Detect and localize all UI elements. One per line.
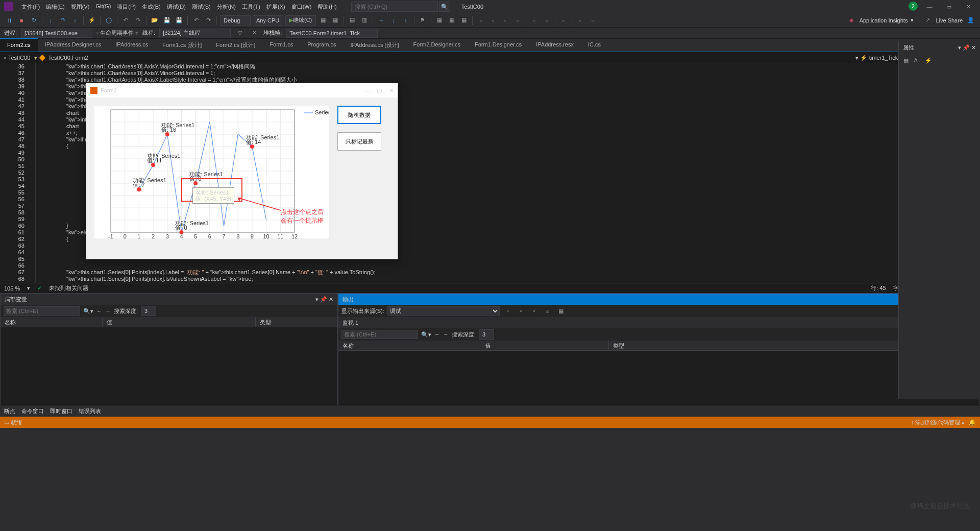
menu-item[interactable]: 帮助(H)	[314, 1, 339, 13]
nav-back-icon[interactable]: ◯	[104, 15, 114, 26]
step-over-icon[interactable]: ↷	[58, 15, 68, 26]
close-icon[interactable]: ✕	[961, 2, 976, 12]
menu-item[interactable]: 文件(F)	[18, 1, 43, 13]
menu-item[interactable]: 扩展(X)	[263, 1, 288, 13]
flag-icon[interactable]: ⚑	[418, 15, 428, 26]
form2-titlebar[interactable]: Form2 — ▢ ✕	[86, 83, 398, 98]
issues-icon[interactable]: ✔	[37, 285, 42, 292]
repo-label[interactable]: ↑ 添加到源代码管理 ▴	[911, 419, 965, 426]
nav-back-icon[interactable]: ←	[96, 308, 102, 314]
document-tab[interactable]: IPAddress.Designer.cs	[38, 38, 108, 52]
watch-header[interactable]: 监视 1▾📌✕	[338, 317, 979, 328]
close-icon[interactable]: ✕	[971, 44, 976, 51]
global-search-input[interactable]	[351, 2, 438, 12]
watch-search-input[interactable]	[341, 330, 418, 339]
notifications-badge[interactable]: 2	[909, 2, 918, 11]
redo-icon[interactable]: ↷	[133, 15, 143, 26]
out-icon2[interactable]: ▫	[516, 306, 526, 316]
document-tab[interactable]: Form2.cs [设计]	[209, 38, 262, 52]
col-name[interactable]: 名称	[1, 317, 103, 327]
menu-item[interactable]: 窗口(W)	[288, 1, 315, 13]
step-into-icon[interactable]: ↓	[45, 15, 56, 26]
stop-icon[interactable]: ■	[16, 15, 27, 26]
document-tab[interactable]: Form2.Designer.cs	[406, 38, 468, 52]
zoom-combo[interactable]: 105 %	[4, 285, 20, 292]
locals-header[interactable]: 局部变量▾📌✕	[1, 294, 337, 305]
misc5-icon[interactable]: ▫	[529, 15, 540, 26]
pin-icon[interactable]: 📌	[963, 44, 970, 51]
document-tab[interactable]: Form1.cs	[262, 38, 300, 52]
tool4-icon[interactable]: ▥	[359, 15, 370, 26]
thread-combo[interactable]: [32124] 主线程	[159, 28, 231, 38]
out-clear-icon[interactable]: ▦	[556, 306, 566, 316]
menu-item[interactable]: 分析(N)	[214, 1, 239, 13]
redo2-icon[interactable]: ↷	[203, 15, 213, 26]
lifecycle-label[interactable]: ▫ 生命周期事件 ▾	[96, 29, 138, 37]
document-tab[interactable]: Form1.cs [设计]	[155, 38, 209, 52]
tool2-icon[interactable]: ▦	[330, 15, 340, 26]
document-tab[interactable]: IPAddress.cs [设计]	[343, 38, 406, 52]
undo-icon[interactable]: ↶	[120, 15, 131, 26]
search-icon[interactable]: 🔍	[439, 2, 450, 12]
nav-fwd-icon[interactable]: →	[443, 331, 449, 337]
save-icon[interactable]: 💾	[162, 15, 172, 26]
pause-icon[interactable]: ⏸	[4, 15, 14, 26]
class-crumb[interactable]: ▾ 🔶 TestIC00.Form2	[34, 55, 88, 61]
grid3-icon[interactable]: ▦	[459, 15, 469, 26]
tool-icon[interactable]: ⚡	[87, 15, 97, 26]
output-header[interactable]: 输出▾📌✕	[338, 294, 979, 305]
pin-icon[interactable]: 📌	[320, 296, 327, 303]
close-icon[interactable]: ✕	[389, 87, 394, 94]
misc1-icon[interactable]: ▫	[476, 15, 486, 26]
misc3-icon[interactable]: ▫	[500, 15, 510, 26]
depth-combo[interactable]: 3	[141, 306, 156, 316]
search-icon[interactable]: 🔍▾	[421, 331, 431, 338]
output-src-combo[interactable]: 调试	[387, 306, 500, 316]
liveshare-label[interactable]: Live Share	[936, 17, 963, 23]
platform-combo[interactable]: Any CPU	[253, 15, 283, 26]
out-icon3[interactable]: ▫	[529, 306, 540, 316]
maximize-icon[interactable]: ▭	[941, 2, 957, 12]
properties-header[interactable]: 属性 ▾📌✕	[899, 42, 980, 53]
project-crumb[interactable]: ▫ TestIC00	[4, 55, 30, 61]
locals-body[interactable]	[1, 327, 337, 405]
document-tab[interactable]: IC.cs	[581, 38, 608, 52]
prop-cat-icon[interactable]: ▦	[901, 55, 911, 65]
minimize-icon[interactable]: —	[922, 2, 937, 12]
menu-item[interactable]: 调试(D)	[164, 1, 189, 13]
step2-icon[interactable]: ↓	[388, 15, 399, 26]
grid2-icon[interactable]: ▦	[447, 15, 457, 26]
depth-combo[interactable]: 3	[479, 329, 494, 340]
col-name[interactable]: 名称	[338, 341, 481, 350]
misc6-icon[interactable]: ▫	[542, 15, 552, 26]
document-tab[interactable]: Form2.cs	[0, 38, 38, 52]
user-icon[interactable]: 👤	[966, 15, 976, 26]
tool3-icon[interactable]: ▤	[347, 15, 357, 26]
dropdown-icon[interactable]: ▾	[958, 44, 961, 51]
restart-icon[interactable]: ↻	[29, 15, 39, 26]
bottom-tab[interactable]: 错误列表	[79, 407, 101, 415]
step1-icon[interactable]: →	[376, 15, 386, 26]
misc8-icon[interactable]: ▫	[587, 15, 598, 26]
out-wrap-icon[interactable]: ≡	[543, 306, 553, 316]
maximize-icon[interactable]: ▢	[377, 87, 382, 94]
config-combo[interactable]: Debug	[220, 15, 251, 26]
continue-button[interactable]: ▶ 继续(C)	[285, 15, 316, 26]
menu-item[interactable]: 工具(T)	[239, 1, 263, 13]
process-combo[interactable]: [35648] TestIC00.exe	[21, 29, 92, 38]
misc7-icon[interactable]: ▫	[575, 15, 585, 26]
col-value[interactable]: 值	[103, 317, 256, 327]
menu-item[interactable]: 编辑(E)	[43, 1, 68, 13]
locals-search-input[interactable]	[4, 306, 80, 316]
menu-item[interactable]: 测试(S)	[189, 1, 214, 13]
col-value[interactable]: 值	[481, 341, 609, 350]
filter2-icon[interactable]: ✕	[249, 28, 259, 38]
misc2-icon[interactable]: ▫	[488, 15, 498, 26]
prop-az-icon[interactable]: A↓	[912, 55, 922, 65]
bottom-tab[interactable]: 即时窗口	[50, 407, 72, 415]
grid1-icon[interactable]: ▦	[434, 15, 445, 26]
bottom-tab[interactable]: 命令窗口	[21, 407, 44, 415]
undo2-icon[interactable]: ↶	[191, 15, 201, 26]
nav-back-icon[interactable]: ←	[434, 331, 440, 337]
insights-icon[interactable]: ◆	[846, 15, 856, 26]
